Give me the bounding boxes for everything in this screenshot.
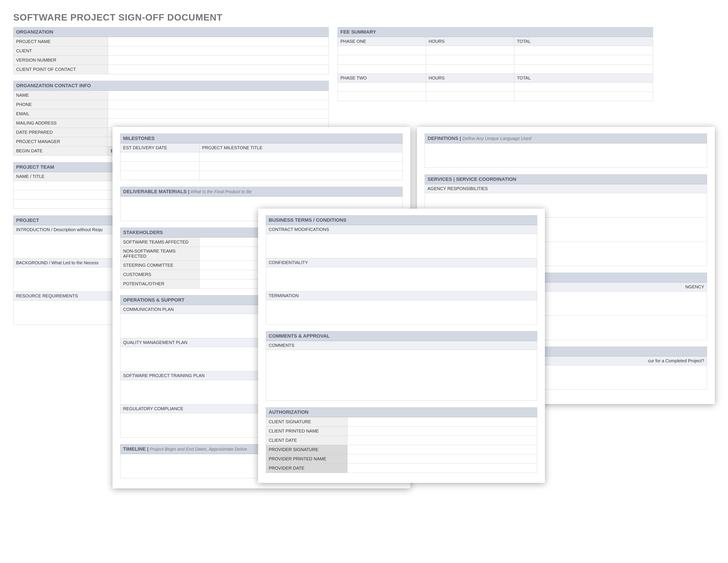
- label: VERSION NUMBER: [13, 56, 108, 65]
- label: BEGIN DATE: [13, 146, 108, 156]
- input-cell[interactable]: [347, 445, 537, 454]
- col-header: PROJECT MILESTONE TITLE: [199, 143, 403, 152]
- definitions-section: DEFINITIONS | Define Any Unique Language…: [425, 133, 707, 168]
- label: CLIENT PRINTED NAME: [266, 427, 347, 436]
- col-header: HOURS: [426, 37, 514, 46]
- col-header: HOURS: [426, 74, 514, 83]
- input-cell[interactable]: [108, 37, 328, 46]
- label: PROVIDER SIGNATURE: [266, 445, 347, 454]
- label: CLIENT SIGNATURE: [266, 417, 347, 427]
- col-header: PHASE TWO: [338, 74, 426, 83]
- input-cell[interactable]: [347, 454, 537, 464]
- input-cell[interactable]: [108, 46, 328, 56]
- label: MAILING ADDRESS: [13, 118, 108, 128]
- col-header: TOTAL: [514, 74, 653, 83]
- milestones-section: MILESTONES EST DELIVERY DATE PROJECT MIL…: [120, 133, 403, 180]
- label: DATE PREPARED: [13, 128, 108, 137]
- label: POTENTIAL/OTHER: [120, 279, 199, 289]
- label: PROJECT NAME: [13, 37, 108, 46]
- input-cell[interactable]: [120, 162, 199, 171]
- col-header: EST DELIVERY DATE: [120, 143, 199, 152]
- input-cell[interactable]: [426, 64, 514, 74]
- sub-header: TERMINATION: [266, 292, 537, 300]
- milestones-header: MILESTONES: [120, 133, 403, 143]
- fee-summary-section: FEE SUMMARY PHASE ONE HOURS TOTAL PHASE …: [338, 27, 653, 101]
- label: CUSTOMERS: [120, 270, 199, 279]
- fee-summary-header: FEE SUMMARY: [338, 27, 653, 37]
- label: CLIENT DATE: [266, 436, 347, 445]
- input-cell[interactable]: [266, 234, 537, 258]
- input-cell[interactable]: [120, 171, 199, 180]
- label: STEERING COMMITTEE: [120, 261, 199, 270]
- input-cell[interactable]: [199, 152, 403, 162]
- services-header: SERVICES | SERVICE COORDINATION: [425, 174, 707, 184]
- input-cell[interactable]: [266, 267, 537, 292]
- label: CLIENT: [13, 46, 108, 56]
- col-header: TOTAL: [514, 37, 653, 46]
- label: PHONE: [13, 100, 108, 109]
- deliverables-header: DELIVERABLE MATERIALS | What Is the Fina…: [120, 187, 403, 196]
- label: PROJECT MANAGER: [13, 137, 108, 146]
- input-cell[interactable]: [347, 436, 537, 445]
- input-cell[interactable]: [338, 55, 426, 64]
- input-cell[interactable]: [108, 65, 328, 74]
- business-terms-header: BUSINESS TERMS / CONDITIONS: [266, 215, 537, 225]
- contact-header: ORGANIZATION CONTACT INFO: [13, 81, 329, 90]
- input-cell[interactable]: [514, 46, 653, 55]
- document-title: SOFTWARE PROJECT SIGN-OFF DOCUMENT: [13, 12, 653, 23]
- input-cell[interactable]: [108, 118, 328, 128]
- label: SOFTWARE TEAMS AFFECTED: [120, 237, 199, 247]
- label: EMAIL: [13, 109, 108, 118]
- input-cell[interactable]: [199, 171, 403, 180]
- page-4: BUSINESS TERMS / CONDITIONS CONTRACT MOD…: [258, 209, 545, 483]
- comments-section: COMMENTS & APPROVAL COMMENTS: [266, 331, 537, 401]
- input-cell[interactable]: [426, 92, 514, 101]
- col-header: PHASE ONE: [338, 37, 426, 46]
- input-cell[interactable]: [338, 46, 426, 55]
- label: CLIENT POINT OF CONTACT: [13, 65, 108, 74]
- input-cell[interactable]: [514, 64, 653, 74]
- input-cell[interactable]: [338, 92, 426, 101]
- input-cell[interactable]: [514, 83, 653, 92]
- input-cell[interactable]: [347, 464, 537, 473]
- input-cell[interactable]: [120, 152, 199, 162]
- organization-section: ORGANIZATION PROJECT NAME CLIENT VERSION…: [13, 27, 329, 74]
- input-cell[interactable]: [266, 350, 537, 401]
- input-cell[interactable]: [108, 91, 328, 100]
- sub-header: CONTRACT MODIFICATIONS: [266, 225, 537, 234]
- label: NAME: [13, 91, 108, 100]
- input-cell[interactable]: [338, 64, 426, 74]
- input-cell[interactable]: [108, 56, 328, 65]
- input-cell[interactable]: [347, 427, 537, 436]
- organization-header: ORGANIZATION: [13, 27, 329, 37]
- input-cell[interactable]: [426, 46, 514, 55]
- comments-header: COMMENTS & APPROVAL: [266, 331, 537, 341]
- input-cell[interactable]: [425, 143, 707, 168]
- input-cell[interactable]: [426, 55, 514, 64]
- label: PROVIDER DATE: [266, 464, 347, 473]
- input-cell[interactable]: [347, 417, 537, 427]
- input-cell[interactable]: [266, 300, 537, 325]
- label: NON-SOFTWARE TEAMS AFFECTED: [120, 247, 199, 261]
- sub-header: CONFIDENTIALITY: [266, 258, 537, 267]
- sub-header: COMMENTS: [266, 341, 537, 350]
- input-cell[interactable]: [199, 162, 403, 171]
- label: PROVIDER PRINTED NAME: [266, 454, 347, 464]
- business-terms-section: BUSINESS TERMS / CONDITIONS CONTRACT MOD…: [266, 215, 537, 325]
- input-cell[interactable]: [514, 55, 653, 64]
- authorization-header: AUTHORIZATION: [266, 407, 537, 417]
- authorization-section: AUTHORIZATION CLIENT SIGNATURE CLIENT PR…: [266, 407, 537, 473]
- sub-header: AGENCY RESPONSIBILITIES: [425, 184, 707, 193]
- input-cell[interactable]: [426, 83, 514, 92]
- input-cell[interactable]: [514, 92, 653, 101]
- definitions-header: DEFINITIONS | Define Any Unique Language…: [425, 133, 707, 143]
- input-cell[interactable]: [108, 109, 328, 118]
- input-cell[interactable]: [338, 83, 426, 92]
- input-cell[interactable]: [108, 100, 328, 109]
